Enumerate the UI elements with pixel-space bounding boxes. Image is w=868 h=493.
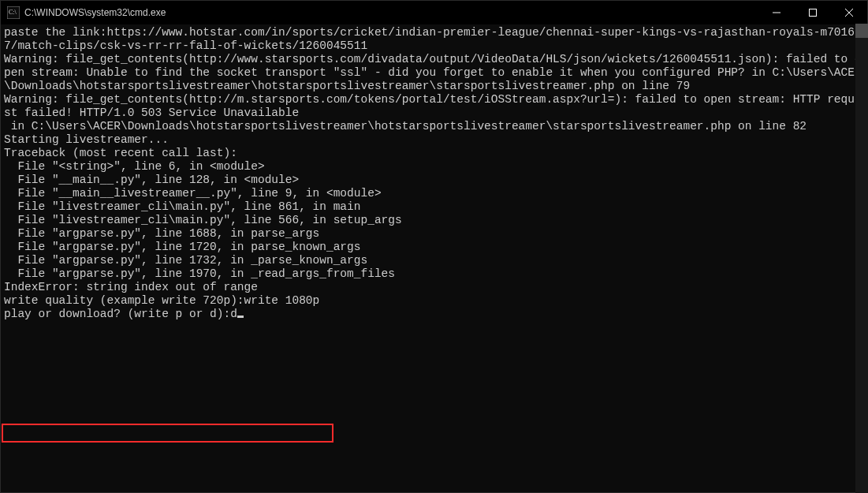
terminal-line: File "argparse.py", line 1970, in _read_… [4,267,864,281]
cursor [237,316,244,318]
terminal-line: File "livestreamer_cli\main.py", line 86… [4,200,864,214]
window-controls [758,1,867,24]
terminal-line: Starting livestreamer... [4,133,864,147]
terminal-prompt-line[interactable]: play or download? (write p or d):d [4,308,864,321]
terminal-line: write quality (example write 720p):write… [4,294,864,308]
terminal-line: paste the link:https://www.hotstar.com/i… [4,26,864,53]
terminal-line: File "__main__.py", line 128, in <module… [4,174,864,187]
terminal-line: File "livestreamer_cli\main.py", line 56… [4,214,864,227]
terminal-line: File "__main__livestreamer__.py", line 9… [4,187,864,200]
svg-rect-3 [810,9,817,17]
window-title: C:\WINDOWS\system32\cmd.exe [24,7,758,18]
prompt-input[interactable]: d [230,308,237,320]
terminal-line: Warning: file_get_contents(http://m.star… [4,93,864,120]
scrollbar-track[interactable] [855,24,868,493]
terminal-line: Warning: file_get_contents(http://www.st… [4,53,864,93]
terminal-line: File "<string>", line 6, in <module> [4,160,864,174]
cmd-window: C:\ C:\WINDOWS\system32\cmd.exe paste th… [0,0,868,493]
close-button[interactable] [831,1,867,24]
prompt-text: play or download? (write p or d): [4,308,230,320]
terminal-line: File "argparse.py", line 1688, in parse_… [4,227,864,241]
terminal-line: IndexError: string index out of range [4,281,864,294]
titlebar[interactable]: C:\ C:\WINDOWS\system32\cmd.exe [1,1,867,24]
minimize-button[interactable] [758,1,795,24]
maximize-button[interactable] [795,1,831,24]
terminal-output[interactable]: paste the link:https://www.hotstar.com/i… [1,24,867,492]
terminal-line: File "argparse.py", line 1720, in parse_… [4,241,864,254]
svg-text:C:\: C:\ [9,9,17,16]
scrollbar-thumb[interactable] [855,24,868,38]
terminal-line: in C:\Users\ACER\Downloads\hotstarsports… [4,120,864,133]
terminal-line: File "argparse.py", line 1732, in _parse… [4,254,864,267]
terminal-line: Traceback (most recent call last): [4,147,864,160]
cmd-icon: C:\ [7,6,20,19]
